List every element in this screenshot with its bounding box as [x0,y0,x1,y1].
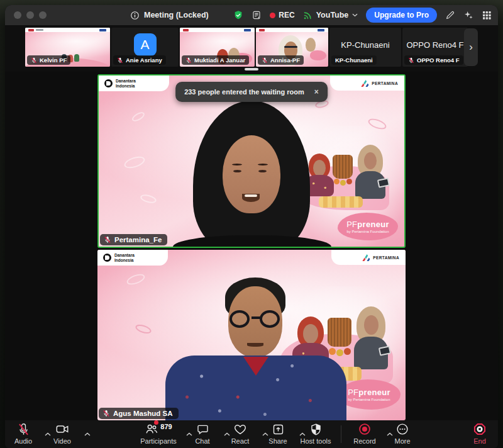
video-options-caret[interactable] [84,427,91,439]
filmstrip-tile-muktiadi[interactable]: Muktiadi A Januar [180,28,255,67]
tile-banner [25,28,110,32]
meeting-toolbar: Audio Video 879 Participants Chat [5,420,498,448]
mic-muted-icon [31,57,37,64]
tile-name-label: Annisa-PF [258,55,304,65]
toast-close-icon[interactable]: × [314,87,319,96]
minimize-window-button[interactable] [26,11,34,19]
meeting-info-icon[interactable] [130,11,140,20]
titlebar-actions: REC YouTube Upgrade to Pro [233,5,492,25]
filmstrip-tile-kelvin[interactable]: Kelvin PF [25,28,110,67]
livestream-youtube-control[interactable]: YouTube [303,11,358,20]
toast-text: 233 people entered the waiting room [184,88,304,96]
record-icon [358,422,372,436]
filmstrip-tile-annisa[interactable]: Annisa-PF [256,28,328,67]
participants-count: 879 [160,423,172,430]
pfpreneur-backdrop: PFpreneur by Pertamina Foundation [300,138,401,245]
tile-banner [180,28,255,32]
pfpreneur-logo: PFpreneur by Pertamina Foundation [338,213,398,240]
live-stream-icon [303,11,312,20]
notes-icon[interactable] [252,10,262,20]
host-tools-shield-icon [309,423,323,436]
filmstrip-drag-handle[interactable] [245,68,258,70]
end-meeting-icon [473,422,487,436]
tile-name-label: Muktiadi A Januar [182,55,249,65]
mic-muted-icon [408,57,414,64]
more-dots-icon [395,422,409,436]
pertamina-logo: PERTAMINA [331,250,406,265]
meeting-title: Meeting (Locked) [144,11,209,20]
close-window-button[interactable] [14,11,21,19]
chevron-down-icon [352,13,358,17]
end-meeting-button[interactable]: End [456,422,498,445]
recording-indicator: REC [270,11,294,20]
avatar: A [134,33,157,56]
pfpreneur-logo: PFpreneur by Pertamina Foundation [338,379,401,410]
meeting-title-area: Meeting (Locked) [130,5,209,25]
mic-muted-icon [185,57,192,64]
recording-label: REC [279,11,294,20]
filmstrip-tile-anie[interactable]: A Anie Asriany [111,28,179,67]
camera-icon [55,422,69,436]
more-button[interactable]: More [379,422,426,445]
youtube-label: YouTube [316,11,349,20]
mic-muted-icon [262,57,268,64]
pertamina-arrow-icon [362,254,370,261]
danantara-mark-icon [103,254,111,262]
annotate-pencil-icon[interactable] [445,10,455,20]
ai-companion-sparkle-icon[interactable] [463,10,473,20]
pertamina-logo: PERTAMINA [330,76,404,91]
participant-filmstrip: Kelvin PF A Anie Asriany Muktiadi A Janu… [5,25,498,72]
heart-icon [233,422,247,436]
display-name: OPPO Reno4 F [402,40,468,50]
mic-muted-icon [102,410,110,417]
zoom-meeting-window: Meeting (Locked) REC YouTube Upgrade to … [5,5,498,448]
participant-name-label: Pertamina_Fe [100,234,167,245]
video-button[interactable]: Video [38,422,86,445]
mic-muted-icon [117,57,123,64]
tile-name-label: OPPO Reno4 F [404,55,463,65]
host-tools-button[interactable]: Host tools [292,422,340,445]
participant-name-label: Agus Mashud SA [99,408,179,419]
pertamina-arrow-icon [361,80,369,87]
danantara-mark-icon [104,79,113,87]
title-bar: Meeting (Locked) REC YouTube Upgrade to … [5,5,498,25]
upgrade-to-pro-button[interactable]: Upgrade to Pro [366,8,437,23]
mic-muted-icon [17,423,30,436]
apps-grid-icon[interactable] [482,10,492,20]
danantara-logo: DanantaraIndonesia [97,250,168,266]
video-tile-pertamina-fe[interactable]: PFpreneur by Pertamina Foundation Danant… [97,74,406,248]
tile-name-label: Anie Asriany [113,55,166,65]
glasses-hint [284,46,297,48]
share-screen-icon [272,423,285,436]
filmstrip-next-page-button[interactable]: › [464,28,478,66]
security-shield-icon[interactable] [233,10,243,20]
fullscreen-window-button[interactable] [39,11,47,19]
tile-name-label: KP-Chunaeni [331,55,377,65]
recording-dot-icon [270,13,275,18]
chat-bubble-icon [196,423,209,436]
window-controls [14,11,47,19]
video-tile-agus-mashud[interactable]: PFpreneur by Pertamina Foundation Danant… [97,250,406,420]
mic-muted-icon [104,236,111,244]
waiting-room-toast: 233 people entered the waiting room × [175,82,328,102]
glasses [229,310,250,328]
display-name: KP-Chunaeni [329,40,401,50]
tile-banner [256,28,328,32]
danantara-logo: DanantaraIndonesia [99,76,169,91]
filmstrip-tile-kp-chunaeni[interactable]: KP-Chunaeni KP-Chunaeni [329,28,401,67]
filmstrip-tile-oppo[interactable]: OPPO Reno4 F OPPO Reno4 F [402,28,468,67]
main-stage: PFpreneur by Pertamina Foundation Danant… [5,72,498,420]
tile-name-label: Kelvin PF [27,55,70,65]
